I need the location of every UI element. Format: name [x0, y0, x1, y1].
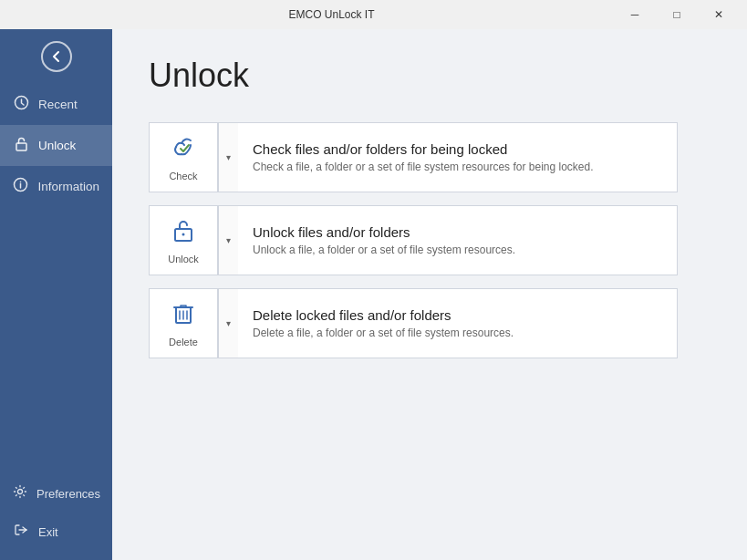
- check-icon: [170, 133, 197, 167]
- svg-point-4: [20, 181, 22, 183]
- delete-dropdown-btn[interactable]: ▾: [218, 289, 238, 358]
- sidebar-bottom: Preferences Exit: [0, 474, 112, 560]
- sidebar-item-recent[interactable]: Recent: [0, 84, 112, 125]
- delete-text: Delete locked files and/or folders Delet…: [238, 295, 677, 352]
- delete-icon-label: Delete: [169, 337, 198, 347]
- unlock-card-title: Unlock files and/or folders: [253, 224, 662, 240]
- unlock-text: Unlock files and/or folders Unlock a fil…: [238, 212, 677, 269]
- check-card-title: Check files and/or folders for being loc…: [253, 141, 662, 157]
- unlock-card[interactable]: Unlock ▾ Unlock files and/or folders Unl…: [149, 205, 678, 275]
- svg-rect-1: [16, 143, 26, 150]
- sidebar-top: Recent Unlock: [0, 29, 112, 474]
- svg-point-5: [18, 490, 23, 494]
- app-title: EMCO UnLock IT: [49, 8, 614, 21]
- sidebar-item-unlock[interactable]: Unlock: [0, 125, 112, 166]
- exit-icon: [13, 523, 29, 541]
- sidebar-item-exit[interactable]: Exit: [0, 513, 112, 551]
- unlock-nav-icon: [13, 136, 29, 155]
- preferences-label: Preferences: [36, 487, 100, 501]
- information-icon: [13, 177, 28, 196]
- close-button[interactable]: ✕: [698, 0, 740, 29]
- unlock-dropdown-btn[interactable]: ▾: [218, 206, 238, 275]
- delete-icon-area: Delete: [150, 289, 218, 358]
- delete-icon: [170, 299, 197, 333]
- check-icon-label: Check: [169, 171, 197, 181]
- back-circle-icon: [41, 41, 72, 72]
- unlock-card-desc: Unlock a file, a folder or a set of file…: [253, 244, 662, 256]
- unlock-icon: [170, 216, 197, 250]
- information-label: Information: [37, 180, 99, 193]
- sidebar: Recent Unlock: [0, 29, 112, 560]
- check-card[interactable]: Check ▾ Check files and/or folders for b…: [149, 122, 678, 192]
- recent-label: Recent: [38, 98, 78, 111]
- unlock-nav-label: Unlock: [38, 139, 76, 152]
- check-card-desc: Check a file, a folder or a set of file …: [253, 161, 662, 173]
- check-icon-area: Check: [150, 123, 218, 192]
- check-text: Check files and/or folders for being loc…: [238, 129, 677, 186]
- back-button[interactable]: [0, 29, 112, 84]
- window-controls: ─ □ ✕: [614, 0, 740, 29]
- page-title: Unlock: [149, 57, 711, 95]
- exit-label: Exit: [38, 525, 58, 539]
- unlock-icon-label: Unlock: [168, 254, 199, 264]
- delete-card-title: Delete locked files and/or folders: [253, 307, 662, 323]
- maximize-button[interactable]: □: [656, 0, 698, 29]
- app-body: Recent Unlock: [0, 29, 747, 560]
- minimize-button[interactable]: ─: [614, 0, 656, 29]
- unlock-icon-area: Unlock: [150, 206, 218, 275]
- delete-card[interactable]: Delete ▾ Delete locked files and/or fold…: [149, 288, 678, 358]
- main-content: Unlock Check ▾ Check files and/or folder…: [112, 29, 747, 560]
- sidebar-item-preferences[interactable]: Preferences: [0, 474, 112, 513]
- sidebar-item-information[interactable]: Information: [0, 166, 112, 207]
- title-bar: EMCO UnLock IT ─ □ ✕: [0, 0, 747, 29]
- preferences-icon: [13, 484, 27, 503]
- check-dropdown-btn[interactable]: ▾: [218, 123, 238, 192]
- svg-point-8: [182, 233, 185, 236]
- recent-icon: [13, 95, 29, 114]
- delete-card-desc: Delete a file, a folder or a set of file…: [253, 327, 662, 339]
